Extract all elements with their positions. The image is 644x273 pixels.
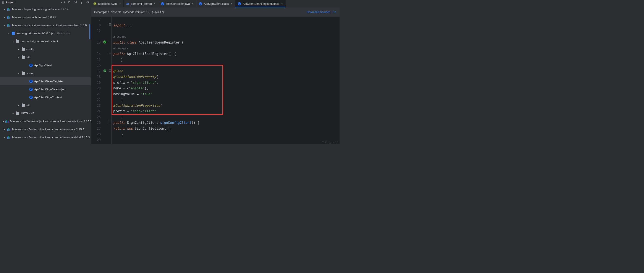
project-tree[interactable]: ▸Maven: ch.qos.logback:logback-core:1.4.…: [0, 4, 91, 144]
tree-row[interactable]: ▸Maven: com.fasterxml.jackson.datatype:j…: [0, 141, 91, 144]
line-number: 28: [91, 132, 101, 137]
banner-text: Decompiled .class file, bytecode version…: [94, 10, 164, 14]
tree-row[interactable]: ▸Maven: com.fasterxml.jackson.core:jacks…: [0, 117, 91, 125]
class-icon: C: [29, 80, 33, 83]
tree-arrow[interactable]: ▸: [17, 48, 20, 50]
editor-tab[interactable]: mpom.xml (demo)×: [124, 0, 158, 7]
line-number: 15: [91, 57, 101, 63]
editor-tab[interactable]: CTestController.java×: [158, 0, 196, 7]
project-icon: ▦: [2, 1, 4, 4]
tab-label: ApiClientBeanRegister.class: [243, 2, 280, 6]
tree-arrow[interactable]: ▾: [12, 40, 14, 42]
line-number: 23: [91, 103, 101, 109]
line-number: 17: [91, 68, 101, 74]
class-icon: C: [238, 2, 241, 6]
tree-label: Maven: cn.hutool:hutool-all:5.8.25: [12, 16, 56, 19]
fold-collapse-icon[interactable]: −: [109, 52, 111, 54]
tab-label: pom.xml (demo): [131, 2, 152, 6]
annotation-bean: @Bean: [113, 69, 123, 73]
line-number: 21: [91, 91, 101, 97]
tree-label: com.api.signature.auto.client: [21, 40, 58, 43]
jar-icon: [12, 32, 15, 35]
tree-row[interactable]: ▸Maven: com.fasterxml.jackson.core:jacks…: [0, 133, 91, 141]
tree-arrow[interactable]: ▸: [17, 104, 20, 106]
gear-icon[interactable]: ⚙: [86, 0, 89, 4]
tree-arrow[interactable]: ▾: [3, 24, 6, 26]
maven-icon: [7, 128, 10, 131]
editor-tab[interactable]: CApiSignClient.class×: [196, 0, 235, 7]
tree-arrow[interactable]: ▸: [3, 8, 6, 10]
line-number: 29: [91, 137, 101, 143]
tree-arrow[interactable]: ▸: [3, 136, 6, 138]
chevron-down-icon[interactable]: ▾: [61, 1, 62, 4]
line-number: 26: [91, 120, 101, 126]
project-title: Project: [6, 1, 60, 4]
tree-label: META-INF: [21, 112, 34, 115]
annotation-conditional: @ConditionalOnProperty: [113, 75, 156, 79]
close-icon[interactable]: ×: [230, 2, 232, 6]
tree-row[interactable]: ▸Maven: ch.qos.logback:logback-core:1.4.…: [0, 5, 91, 13]
code-area[interactable]: 78121314151617181920212223242526272829 +…: [91, 17, 340, 144]
editor-tab[interactable]: CApiClientBeanRegister.class×: [235, 0, 286, 7]
tree-arrow[interactable]: ▸: [3, 120, 4, 122]
close-icon[interactable]: ×: [119, 2, 121, 6]
maven-icon: [7, 136, 10, 139]
line-number: 8: [91, 22, 101, 28]
tree-arrow[interactable]: ▾: [7, 32, 10, 34]
line-number: 27: [91, 126, 101, 132]
tree-row[interactable]: ▾spring: [0, 69, 91, 77]
tab-label: application.yml: [98, 2, 117, 6]
tree-row[interactable]: CApiSignClient: [0, 61, 91, 69]
class-icon: C: [29, 96, 33, 99]
tree-row[interactable]: ▸Maven: com.fasterxml.jackson.core:jacks…: [0, 125, 91, 133]
tree-row[interactable]: ▸META-INF: [0, 109, 91, 117]
tree-row[interactable]: CApiClientBeanRegister: [0, 77, 91, 85]
tree-row[interactable]: ▾http: [0, 53, 91, 61]
line-number-gutter: 78121314151617181920212223242526272829: [91, 17, 103, 144]
gutter-icons: [103, 17, 109, 144]
editor-tab[interactable]: application.yml×: [91, 0, 124, 7]
close-icon[interactable]: ×: [192, 2, 193, 6]
tree-label: ApiClientSignBeanInject: [34, 88, 66, 91]
implementation-gutter-icon[interactable]: [103, 69, 107, 73]
tree-arrow[interactable]: ▾: [17, 56, 20, 58]
download-sources-link[interactable]: Download Sources: [307, 10, 330, 14]
tree-row[interactable]: ▾auto-signature-client-1.0.0.jarlibrary …: [0, 29, 91, 37]
bean-gutter-icon[interactable]: [103, 40, 107, 44]
tree-suffix: library root: [57, 32, 70, 35]
tree-row[interactable]: ▸util: [0, 101, 91, 109]
tree-label: spring: [26, 72, 34, 75]
fold-column[interactable]: + − − − −: [109, 17, 112, 144]
fold-collapse-icon[interactable]: −: [109, 41, 111, 43]
choose-sources-link[interactable]: Ch: [332, 10, 336, 14]
scrollbar-thumb[interactable]: [89, 24, 90, 40]
line-number: 14: [91, 51, 101, 57]
tree-arrow[interactable]: ▸: [12, 112, 14, 114]
fold-collapse-icon[interactable]: −: [109, 70, 111, 72]
tree-row[interactable]: ▾com.api.signature.auto.client: [0, 37, 91, 45]
usages-hint[interactable]: no usages: [113, 46, 128, 50]
folder-icon: [22, 72, 25, 75]
code-content[interactable]: import ... 2 usages public class ApiClie…: [112, 17, 340, 144]
tree-row[interactable]: ▾Maven: com.api.signature.auto:auto-sign…: [0, 21, 91, 29]
tree-arrow[interactable]: ▸: [3, 16, 6, 18]
usages-hint[interactable]: 2 usages: [113, 35, 126, 38]
line-number: [91, 34, 101, 40]
select-opened-icon[interactable]: ⌖: [64, 0, 65, 4]
close-icon[interactable]: ×: [154, 2, 155, 6]
tree-row[interactable]: ▸Maven: cn.hutool:hutool-all:5.8.25: [0, 13, 91, 21]
project-sidebar: ▦ Project ▾ ⌖ ⇱ ⇲ ⋮ ⚙ ▸Maven: ch.qos.log…: [0, 0, 91, 144]
settings-icon[interactable]: ⋮: [80, 0, 83, 4]
close-icon[interactable]: ×: [281, 2, 283, 6]
tree-row[interactable]: CApiClientSignBeanInject: [0, 85, 91, 93]
fold-collapse-icon[interactable]: −: [109, 121, 111, 123]
tree-row[interactable]: ▸config: [0, 45, 91, 53]
tree-row[interactable]: CApiClientSignContext: [0, 93, 91, 101]
tree-label: config: [26, 48, 34, 51]
tree-arrow[interactable]: ▾: [17, 72, 20, 74]
fold-expand-icon[interactable]: +: [109, 24, 111, 26]
collapse-icon[interactable]: ⇲: [74, 0, 77, 4]
tree-arrow[interactable]: ▸: [3, 128, 6, 130]
expand-icon[interactable]: ⇱: [68, 0, 71, 4]
folder-icon: [16, 40, 19, 43]
